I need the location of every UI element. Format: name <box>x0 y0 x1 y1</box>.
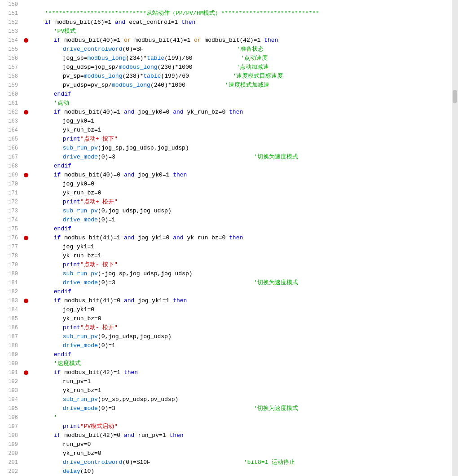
scrollbar[interactable] <box>452 0 458 476</box>
line-183: 183 if modbus_bit(41)=0 and jog_yk1=1 th… <box>0 296 452 305</box>
line-176: 176 if modbus_bit(41)=1 and jog_yk1=0 an… <box>0 234 452 242</box>
scrollbar-thumb[interactable] <box>453 90 457 103</box>
line-185: 185 yk_run_bz=0 <box>0 314 452 323</box>
line-191: 191 if modbus_bit(42)=1 then <box>0 368 452 377</box>
line-163: 163 jog_yk0=1 <box>0 117 452 126</box>
code-editor: 150 151 '****************************从站动… <box>0 0 458 476</box>
line-195: 195 drive_mode(0)=3 '切换为速度模式 <box>0 404 452 413</box>
line-190: 190 '速度模式 <box>0 359 452 368</box>
line-155: 155 drive_controlword(0)=$F '准备状态 <box>0 45 452 54</box>
line-156: 156 jog_sp=modbus_long(234)*table(199)/6… <box>0 54 452 63</box>
line-150: 150 <box>0 0 452 9</box>
line-165: 165 print"点动+ 按下" <box>0 135 452 144</box>
line-172: 172 print"点动+ 松开" <box>0 198 452 207</box>
line-187: 187 sub_run_pv(0,jog_udsp,jog_udsp) <box>0 332 452 341</box>
line-168: 168 endif <box>0 162 452 171</box>
line-199: 199 run_pv=0 <box>0 440 452 449</box>
line-177: 177 jog_yk1=1 <box>0 242 452 251</box>
line-196: 196 ' <box>0 413 452 422</box>
line-175: 175 endif <box>0 225 452 234</box>
line-174: 174 drive_mode(0)=1 <box>0 216 452 225</box>
line-173: 173 sub_run_pv(0,jog_udsp,jog_udsp) <box>0 207 452 216</box>
line-161: 161 '点动 <box>0 99 452 108</box>
line-160: 160 endif <box>0 90 452 99</box>
line-157: 157 jog_udsp=jog_sp/modbus_long(236)*100… <box>0 63 452 72</box>
line-194: 194 sub_run_pv(pv_sp,pv_udsp,pv_udsp) <box>0 395 452 404</box>
line-151: 151 '****************************从站动作（PP… <box>0 9 452 18</box>
line-178: 178 yk_run_bz=1 <box>0 251 452 260</box>
line-184: 184 jog_yk1=0 <box>0 305 452 314</box>
line-200: 200 yk_run_bz=0 <box>0 449 452 458</box>
line-158: 158 pv_sp=modbus_long(238)*table(199)/60… <box>0 72 452 81</box>
line-202: 202 delay(10) <box>0 467 452 476</box>
line-164: 164 yk_run_bz=1 <box>0 126 452 135</box>
line-186: 186 print"点动- 松开" <box>0 323 452 332</box>
line-182: 182 endif <box>0 287 452 296</box>
line-198: 198 if modbus_bit(42)=0 and run_pv=1 the… <box>0 431 452 440</box>
line-162: 162 if modbus_bit(40)=1 and jog_yk0=0 an… <box>0 108 452 117</box>
line-197: 197 print"PV模式启动" <box>0 422 452 431</box>
line-167: 167 drive_mode(0)=3 '切换为速度模式 <box>0 153 452 162</box>
line-171: 171 yk_run_bz=0 <box>0 189 452 198</box>
line-153: 153 'PV模式 <box>0 27 452 36</box>
line-188: 188 drive_mode(0)=1 <box>0 341 452 350</box>
line-179: 179 print"点动- 按下" <box>0 260 452 269</box>
line-192: 192 run_pv=1 <box>0 377 452 386</box>
line-181: 181 drive_mode(0)=3 '切换为速度模式 <box>0 278 452 287</box>
line-159: 159 pv_udsp=pv_sp/modbus_long(240)*1000 … <box>0 81 452 90</box>
line-189: 189 endif <box>0 350 452 359</box>
line-170: 170 jog_yk0=0 <box>0 180 452 189</box>
line-169: 169 if modbus_bit(40)=0 and jog_yk0=1 th… <box>0 171 452 180</box>
line-201: 201 drive_controlword(0)=$10F 'bit8=1 运动… <box>0 458 452 467</box>
line-166: 166 sub_run_pv(jog_sp,jog_udsp,jog_udsp) <box>0 144 452 153</box>
line-180: 180 sub_run_pv(-jog_sp,jog_udsp,jog_udsp… <box>0 269 452 278</box>
line-154: 154 if modbus_bit(40)=1 or modbus_bit(41… <box>0 36 452 45</box>
line-152: 152 if modbus_bit(16)=1 and ecat_control… <box>0 18 452 27</box>
line-193: 193 yk_run_bz=1 <box>0 386 452 395</box>
